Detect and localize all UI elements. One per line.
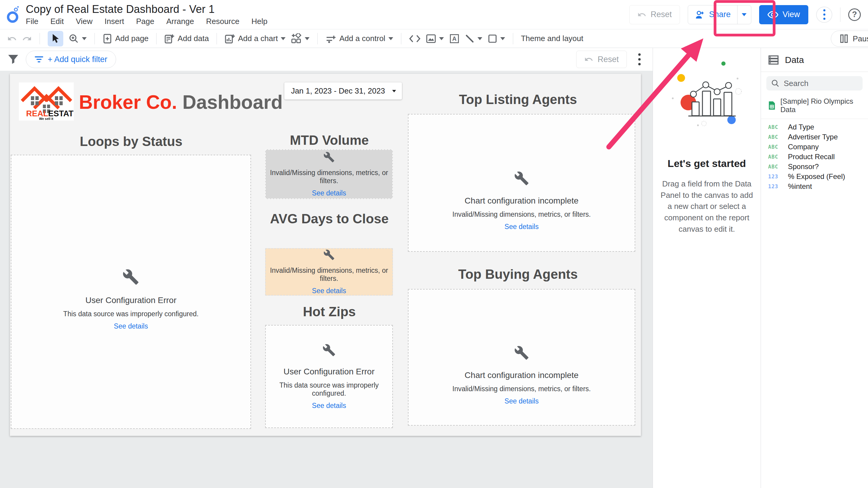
widget-hot-zips[interactable]: User Configuration Error This data sourc… [265, 325, 393, 428]
see-details-link[interactable]: See details [312, 287, 346, 295]
wrench-icon [122, 268, 139, 285]
pause-updates-button[interactable]: Pause updates [831, 31, 868, 47]
getting-started-illustration [662, 60, 752, 129]
share-dropdown-caret[interactable] [737, 5, 751, 24]
more-options-button[interactable] [816, 7, 832, 23]
community-visualizations-button[interactable] [291, 33, 310, 44]
field-row[interactable]: 123%intent [761, 181, 868, 191]
search-input[interactable] [784, 79, 856, 88]
widget-title-loops-by-status: Loops by Status [41, 134, 221, 150]
menu-page[interactable]: Page [136, 17, 154, 26]
widget-avg-days-to-close[interactable]: Invalid/Missing dimensions, metrics, or … [265, 248, 393, 296]
widget-title-mtd-volume: MTD Volume [239, 132, 419, 149]
view-button[interactable]: View [759, 5, 808, 24]
add-page-button[interactable]: Add page [102, 34, 149, 44]
add-page-icon [102, 34, 112, 44]
field-row[interactable]: ABCProduct Recall [761, 152, 868, 162]
add-line-button[interactable] [465, 34, 482, 43]
widget-title-top-buying-agents: Top Buying Agents [428, 266, 608, 282]
zoom-icon [69, 34, 79, 44]
toolbar-divider [513, 33, 513, 44]
widget-loops-by-status[interactable]: User Configuration Error This data sourc… [11, 155, 251, 429]
field-row[interactable]: ABCSponsor? [761, 162, 868, 171]
error-subtitle: Invalid/Missing dimensions, metrics, or … [266, 266, 392, 283]
widget-title-avg-days-to-close: AVG Days to Close [239, 211, 419, 227]
add-chart-button[interactable]: Add a chart [225, 34, 285, 44]
code-icon [409, 34, 421, 43]
see-details-link[interactable]: See details [504, 223, 539, 231]
select-tool-button[interactable] [48, 31, 63, 46]
filter-lines-icon [34, 56, 43, 63]
report-canvas[interactable]: REALESTATE We sell it Broker Co.Dashboar… [0, 71, 653, 488]
pause-icon [840, 34, 848, 43]
dashboard-title: Broker Co.Dashboard [79, 91, 283, 113]
add-data-button[interactable]: Add data [164, 34, 209, 44]
image-icon [426, 34, 436, 44]
add-control-button[interactable]: Add a control [326, 34, 393, 44]
redo-button[interactable] [22, 34, 32, 43]
wrench-icon [323, 249, 335, 260]
menu-resource[interactable]: Resource [206, 17, 239, 26]
shape-icon [488, 34, 497, 43]
error-subtitle: Invalid/Missing dimensions, metrics, or … [266, 169, 392, 185]
menu-insert[interactable]: Insert [105, 17, 124, 26]
properties-panel: Let's get started Drag a field from the … [653, 48, 761, 488]
field-row[interactable]: ABCAdvertiser Type [761, 132, 868, 142]
add-image-button[interactable] [426, 34, 444, 44]
field-row[interactable]: 123% Exposed (Feel) [761, 171, 868, 181]
cursor-icon [51, 34, 60, 44]
see-details-link[interactable]: See details [312, 402, 346, 410]
line-icon [465, 34, 474, 43]
embed-code-button[interactable] [409, 34, 421, 43]
field-list: ABCAd Type ABCAdvertiser Type ABCCompany… [761, 119, 868, 194]
widget-mtd-volume[interactable]: Invalid/Missing dimensions, metrics, or … [265, 149, 393, 199]
toolbar-divider [39, 33, 40, 44]
add-text-button[interactable]: A [449, 34, 460, 44]
filter-funnel-icon [8, 54, 19, 64]
svg-text:A: A [452, 35, 456, 42]
header-divider [840, 7, 840, 22]
data-source-row[interactable]: [Sample] Rio Olympics Data [761, 94, 868, 119]
see-details-link[interactable]: See details [114, 322, 148, 330]
menu-arrange[interactable]: Arrange [166, 17, 194, 26]
widget-top-listing-agents[interactable]: Chart configuration incomplete Invalid/M… [408, 114, 635, 252]
menu-help[interactable]: Help [251, 17, 267, 26]
chevron-down-icon [392, 90, 396, 92]
theme-layout-button[interactable]: Theme and layout [521, 34, 583, 43]
zoom-tool-button[interactable] [69, 34, 87, 44]
field-row[interactable]: ABCCompany [761, 142, 868, 152]
undo-icon [584, 55, 593, 64]
undo-button[interactable] [7, 34, 17, 43]
search-icon [771, 79, 779, 88]
error-title: Chart configuration incomplete [465, 370, 579, 380]
data-search[interactable] [766, 76, 863, 91]
document-title[interactable]: Copy of Real Estate Dashboard - Ver 1 [26, 3, 268, 15]
data-panel-icon [768, 55, 779, 65]
see-details-link[interactable]: See details [504, 397, 539, 405]
add-quick-filter-button[interactable]: + Add quick filter [26, 51, 116, 68]
field-row[interactable]: ABCAd Type [761, 122, 868, 132]
reset-button-top[interactable]: Reset [629, 5, 680, 24]
menu-view[interactable]: View [76, 17, 93, 26]
help-icon[interactable]: ? [848, 8, 861, 21]
report-page[interactable]: REALESTATE We sell it Broker Co.Dashboar… [10, 74, 641, 436]
share-button[interactable]: Share [688, 5, 751, 24]
filter-bar-more-button[interactable] [638, 53, 641, 65]
add-shape-button[interactable] [488, 34, 505, 43]
error-subtitle: This data source was improperly configur… [63, 310, 198, 318]
date-range-control[interactable]: Jan 1, 2023 - Dec 31, 2023 [284, 83, 402, 99]
error-subtitle: This data source was improperly configur… [266, 381, 392, 397]
menu-file[interactable]: File [26, 17, 38, 26]
toolbar-divider [401, 33, 401, 44]
community-viz-icon [291, 33, 302, 44]
toolbar-divider [156, 33, 157, 44]
widget-top-buying-agents[interactable]: Chart configuration incomplete Invalid/M… [408, 289, 635, 426]
see-details-link[interactable]: See details [312, 189, 346, 197]
error-subtitle: Invalid/Missing dimensions, metrics, or … [452, 210, 591, 219]
text-type-icon: ABC [768, 134, 782, 140]
reset-filters-button[interactable]: Reset [576, 51, 627, 68]
getting-started-title: Let's get started [668, 158, 746, 169]
widget-title-top-listing-agents: Top Listing Agents [428, 92, 608, 108]
data-source-name: [Sample] Rio Olympics Data [780, 97, 861, 114]
menu-edit[interactable]: Edit [51, 17, 64, 26]
